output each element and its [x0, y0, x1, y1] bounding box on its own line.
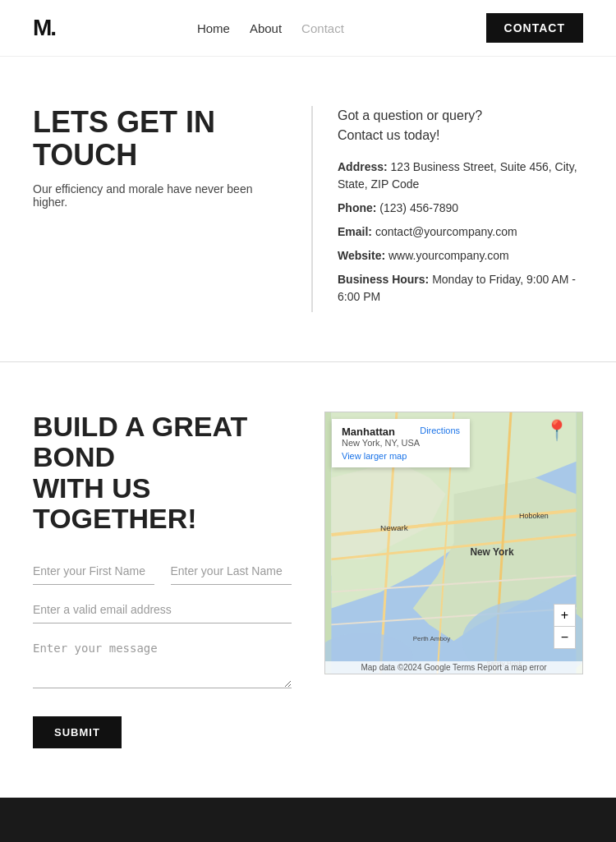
contact-details: Address: 123 Business Street, Suite 456,… — [338, 159, 583, 306]
message-textarea[interactable] — [33, 635, 292, 688]
map-popup: Manhattan New York, NY, USA Directions V… — [332, 419, 470, 467]
form-area: BUILD A GREAT BOND WITH US TOGETHER! SUB… — [33, 412, 292, 748]
map-popup-sub: New York, NY, USA — [342, 438, 420, 448]
map-directions-link[interactable]: Directions — [420, 426, 460, 435]
message-group — [33, 635, 292, 692]
map-pin-icon: 📍 — [545, 419, 569, 442]
section1-left: LETS GET IN TOUCH Our efficiency and mor… — [33, 106, 278, 312]
map-container: New York Newark Hoboken Perth Amboy Sand… — [324, 412, 583, 674]
email-line: Email: contact@yourcompany.com — [338, 223, 583, 241]
map-credit: Map data ©2024 Google Terms Report a map… — [325, 661, 582, 674]
section1-right: Got a question or query? Contact us toda… — [311, 106, 583, 312]
svg-text:Perth Amboy: Perth Amboy — [413, 635, 450, 642]
last-name-input[interactable] — [171, 558, 292, 585]
svg-text:New York: New York — [470, 546, 514, 558]
email-input[interactable] — [33, 596, 292, 623]
footer: M. ADDRESS 123 Business Street, Suite 45… — [0, 798, 616, 842]
address-line: Address: 123 Business Street, Suite 456,… — [338, 159, 583, 193]
contact-info-section: LETS GET IN TOUCH Our efficiency and mor… — [0, 57, 616, 362]
logo: M. — [33, 15, 55, 41]
footer-logo: M. — [33, 839, 583, 842]
zoom-out-button[interactable]: − — [554, 627, 575, 648]
map-popup-title: Manhattan — [342, 426, 420, 438]
last-name-group — [171, 558, 292, 585]
svg-text:Hoboken: Hoboken — [519, 512, 549, 520]
nav-contact-button[interactable]: CONTACT — [486, 13, 583, 43]
phone-line: Phone: (123) 456-7890 — [338, 200, 583, 217]
nav-links: Home About Contact — [197, 21, 344, 35]
navbar: M. Home About Contact CONTACT — [0, 0, 616, 57]
nav-about[interactable]: About — [250, 21, 282, 35]
first-name-input[interactable] — [33, 558, 154, 585]
hours-line: Business Hours: Monday to Friday, 9:00 A… — [338, 271, 583, 306]
subtitle: Our efficiency and morale have never bee… — [33, 182, 278, 209]
query-text: Got a question or query? Contact us toda… — [338, 106, 583, 145]
nav-contact[interactable]: Contact — [301, 21, 344, 35]
map-larger-link[interactable]: View larger map — [342, 451, 460, 461]
email-group — [33, 596, 292, 623]
first-name-group — [33, 558, 154, 585]
main-title: LETS GET IN TOUCH — [33, 106, 278, 171]
website-line: Website: www.yourcompany.com — [338, 247, 583, 265]
bond-title: BUILD A GREAT BOND WITH US TOGETHER! — [33, 412, 292, 535]
contact-form-section: BUILD A GREAT BOND WITH US TOGETHER! SUB… — [0, 362, 616, 798]
zoom-in-button[interactable]: + — [554, 605, 575, 627]
submit-button[interactable]: SUBMIT — [33, 716, 122, 748]
nav-home[interactable]: Home — [197, 21, 230, 35]
map-area: New York Newark Hoboken Perth Amboy Sand… — [324, 412, 583, 674]
svg-text:Newark: Newark — [380, 523, 408, 532]
map-zoom-controls: + − — [554, 604, 576, 649]
name-row — [33, 558, 292, 596]
